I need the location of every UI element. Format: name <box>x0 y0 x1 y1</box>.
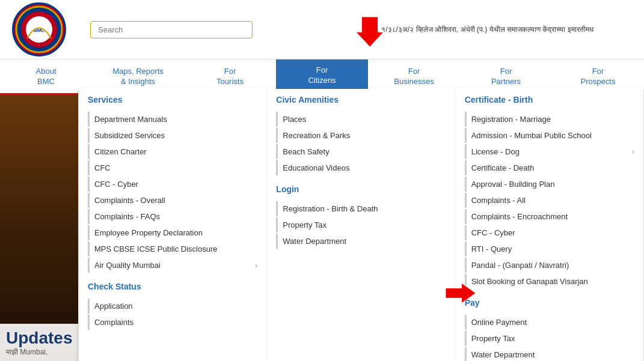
svg-marker-4 <box>356 17 383 47</box>
dd-cfc-cyber[interactable]: CFC - Cyber <box>88 177 257 192</box>
dd-complaints-all[interactable]: Complaints - All <box>465 193 634 208</box>
nav-partners[interactable]: For Partners <box>460 59 552 93</box>
updates-item: माझी Mumbai, <box>6 348 72 356</box>
amenities-title: Civic Amenities <box>276 95 446 107</box>
dd-online-payment[interactable]: Online Payment <box>465 315 634 330</box>
services-title: Services <box>88 95 257 107</box>
dd-pandal[interactable]: Pandal - (Ganpati / Navratri) <box>465 258 634 273</box>
dd-educational-videos[interactable]: Educational Videos <box>276 160 446 175</box>
updates-section: Updates माझी Mumbai, <box>0 324 78 361</box>
dd-complaints-status[interactable]: Complaints <box>88 315 257 330</box>
nav-prospects[interactable]: For Prospects <box>552 59 644 93</box>
nav-maps[interactable]: Maps, Reports & Insights <box>92 59 184 93</box>
dd-complaints-faqs[interactable]: Complaints - FAQs <box>88 209 257 224</box>
logo-image: BMC <box>12 2 66 56</box>
dd-admission-mumbai[interactable]: Admission - Mumbai Public School <box>465 128 634 143</box>
search-input[interactable] <box>90 21 253 38</box>
header: BMC भू. १/३८/३अ/२ व्हिलेज ओशिवरा, अंधेरी… <box>0 0 644 59</box>
dd-property-tax-pay[interactable]: Property Tax <box>465 331 634 346</box>
dd-cfc[interactable]: CFC <box>88 160 257 175</box>
dd-complaints-encroachment[interactable]: Complaints - Encroachment <box>465 209 634 224</box>
dd-air-quality[interactable]: Air Quality Mumbai › <box>88 258 257 273</box>
nav-citizens[interactable]: For Citizens <box>276 59 368 93</box>
dd-approval-building[interactable]: Approval - Building Plan <box>465 177 634 192</box>
nav-businesses[interactable]: For Businesses <box>368 59 460 93</box>
dd-license-dog[interactable]: License - Dog › <box>465 144 634 159</box>
dd-mps-cbse[interactable]: MPS CBSE ICSE Public Disclosure <box>88 241 257 256</box>
dd-cfc-cyber-cert[interactable]: CFC - Cyber <box>465 225 634 240</box>
dd-slot-booking[interactable]: Slot Booking of Ganapati Visarjan <box>465 274 634 289</box>
dd-citizen-charter[interactable]: Citizen Charter <box>88 144 257 159</box>
nav-tourists[interactable]: For Tourists <box>184 59 276 93</box>
dd-subsidized[interactable]: Subsidized Services <box>88 128 257 143</box>
dd-recreation[interactable]: Recreation & Parks <box>276 128 446 143</box>
login-title: Login <box>276 184 446 196</box>
main-content <box>0 89 78 361</box>
dd-complaints-overall[interactable]: Complaints - Overall <box>88 193 257 208</box>
dd-login-property-tax[interactable]: Property Tax <box>276 217 446 232</box>
search-bar <box>78 21 373 38</box>
certificate-title: Certificate - Birth <box>465 95 634 107</box>
chevron-icon: › <box>255 261 257 270</box>
dd-department-manuals[interactable]: Department Manuals <box>88 112 257 127</box>
nav-about[interactable]: About BMC <box>0 59 92 93</box>
check-status-title: Check Status <box>88 282 257 294</box>
dd-water-pay[interactable]: Water Department <box>465 347 634 361</box>
dd-beach-safety[interactable]: Beach Safety <box>276 144 446 159</box>
svg-marker-5 <box>446 283 476 303</box>
arrow-right-indicator <box>446 278 476 310</box>
dd-login-birth-death[interactable]: Registration - Birth & Death <box>276 201 446 216</box>
arrow-down-indicator <box>355 17 385 49</box>
dd-cert-death[interactable]: Certificate - Death <box>465 160 634 175</box>
dropdown-col-services: Services Department Manuals Subsidized S… <box>79 89 267 361</box>
chevron-icon-dog: › <box>632 148 634 156</box>
pay-title: Pay <box>465 298 634 310</box>
dropdown-col-amenities: Civic Amenities Places Recreation & Park… <box>267 89 455 361</box>
dropdown-menu: Services Department Manuals Subsidized S… <box>78 89 644 361</box>
dd-application[interactable]: Application <box>88 299 257 314</box>
ticker-text: भू. १/३८/३अ/२ व्हिलेज ओशिवरा, अंधेरी (प.… <box>373 25 645 34</box>
dd-reg-marriage[interactable]: Registration - Marriage <box>465 112 634 127</box>
dropdown-col-certificate: Certificate - Birth Registration - Marri… <box>456 89 643 361</box>
updates-title: Updates <box>6 329 72 348</box>
dd-login-water[interactable]: Water Department <box>276 234 446 249</box>
dd-employee-property[interactable]: Employee Property Declaration <box>88 225 257 240</box>
dd-places[interactable]: Places <box>276 112 446 127</box>
dd-rti-query[interactable]: RTI - Query <box>465 241 634 256</box>
logo: BMC <box>0 2 78 56</box>
